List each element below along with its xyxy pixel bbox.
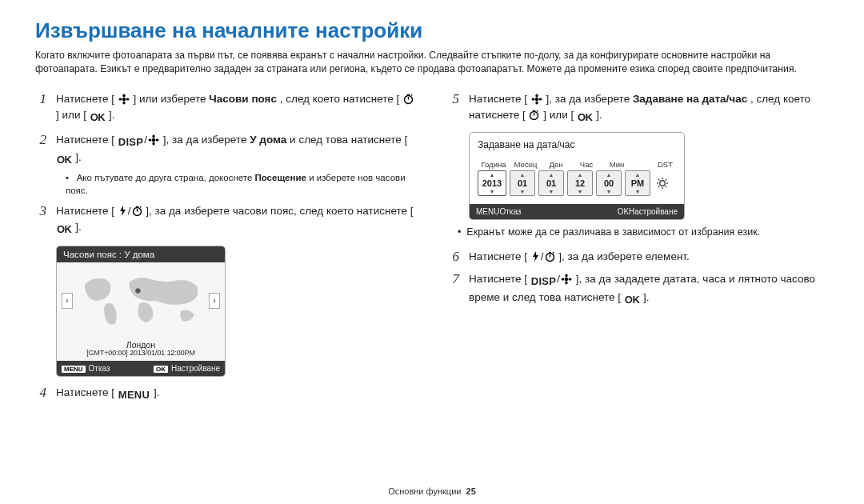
step-5: 5 Натиснете [ ], за да изберете Задаване…	[448, 91, 829, 126]
text: ].	[75, 151, 82, 163]
svg-point-15	[535, 94, 538, 97]
svg-point-16	[535, 101, 538, 104]
page: Извършване на началните настройки Когато…	[0, 0, 864, 504]
columns: 1 Натиснете [ ] или изберете Часови пояс…	[35, 91, 829, 409]
step-2: 2 Натиснете [ DISP/ ], за да изберете У …	[35, 132, 416, 197]
dt-month-cell[interactable]: ▲01▼	[510, 170, 535, 196]
text: ].	[643, 291, 650, 303]
svg-point-0	[122, 98, 126, 101]
svg-point-18	[538, 98, 542, 100]
svg-point-14	[535, 98, 538, 101]
dt-day-cell[interactable]: ▲01▼	[538, 170, 564, 196]
dt-min-cell[interactable]: ▲00▼	[596, 170, 622, 196]
step-body: Натиснете [ / ], за да изберете елемент.	[469, 249, 829, 265]
map-right-arrow[interactable]: ›	[209, 293, 220, 309]
svg-point-23	[565, 274, 567, 278]
step-3: 3 Натиснете [ / ], за да изберете часови…	[35, 203, 416, 238]
dt-ampm: PM	[631, 178, 645, 189]
dt-hour: 12	[575, 178, 585, 189]
dt-card-title: Задаване на дата/час	[478, 139, 676, 150]
map-cancel[interactable]: MENUОтказ	[62, 364, 110, 373]
disp-icon: DISP	[118, 134, 144, 150]
timer-icon	[528, 109, 540, 121]
svg-point-6	[152, 138, 155, 142]
flash-icon	[530, 250, 541, 262]
left-column: 1 Натиснете [ ] или изберете Часови пояс…	[35, 91, 416, 409]
dt-label-year: Година	[479, 160, 508, 169]
dt-label-month: Месец	[513, 160, 538, 169]
text: Отказ	[499, 207, 521, 216]
map-card-header: Часови пояс : У дома	[57, 246, 225, 262]
right-column: 5 Натиснете [ ], за да изберете Задаване…	[448, 91, 829, 409]
svg-point-26	[569, 278, 572, 281]
text: ].	[109, 109, 115, 121]
dt-min: 00	[604, 178, 614, 189]
svg-point-7	[152, 134, 154, 138]
bold-text: Посещение	[254, 173, 306, 182]
footer-page: 25	[466, 486, 476, 496]
dt-cancel[interactable]: MENUОтказ	[476, 207, 521, 216]
svg-point-2	[122, 101, 125, 104]
dt-set[interactable]: OKНастройване	[618, 207, 678, 216]
text: ] или [	[56, 109, 86, 121]
text: ], за да изберете елемент.	[558, 250, 690, 262]
page-footer: Основни функции 25	[0, 486, 864, 496]
svg-point-13	[135, 288, 140, 293]
flash-icon	[118, 205, 128, 217]
flower-icon	[560, 274, 573, 285]
menu-chip: MENU	[62, 366, 86, 373]
footer-label: Основни функции	[388, 486, 461, 496]
text: ], за да изберете	[546, 93, 633, 105]
dt-label-day: Ден	[543, 160, 569, 169]
world-map-icon	[76, 269, 206, 333]
step-5-note: Екранът може да се различава в зависимос…	[458, 226, 829, 238]
step-body: Натиснете [ / ], за да изберете часови п…	[56, 203, 416, 238]
text: ] или [	[543, 109, 574, 121]
text: ], за да изберете часови пояс, след коет…	[146, 205, 413, 217]
step-number: 4	[35, 385, 46, 403]
dt-year: 2013	[482, 178, 502, 189]
step-subnote: Ако пътувате до друга страна, докоснете …	[66, 171, 416, 197]
datetime-card: Задаване на дата/час Година Месец Ден Ча…	[469, 132, 685, 220]
step-body: Натиснете [ ] или изберете Часови пояс ,…	[56, 91, 416, 126]
menu-chip: MENU	[476, 207, 499, 216]
bold-text: У дома	[250, 134, 286, 146]
text: ].	[154, 386, 160, 398]
text: и след това натиснете [	[290, 134, 407, 146]
svg-point-4	[126, 98, 129, 100]
text: Натиснете [	[469, 250, 527, 262]
step-4: 4 Натиснете [ MENU ].	[35, 385, 416, 403]
svg-point-25	[562, 278, 565, 281]
map-caption: Лондон [GMT+00:00] 2013/01/01 12:00PM	[57, 339, 225, 361]
flower-icon	[118, 94, 130, 105]
text: ], за да изберете	[163, 134, 250, 146]
map-left-arrow[interactable]: ‹	[62, 293, 73, 309]
ok-icon: OK	[625, 292, 640, 308]
ok-icon: OK	[57, 222, 72, 238]
page-title: Извършване на началните настройки	[35, 19, 829, 42]
text: Настройване	[629, 207, 678, 216]
step-1: 1 Натиснете [ ] или изберете Часови пояс…	[35, 91, 416, 126]
dt-label-hour: Час	[574, 160, 599, 169]
map-bottom-bar: MENUОтказ OKНастройване	[57, 361, 225, 376]
svg-point-22	[565, 278, 568, 281]
step-body: Натиснете [ ], за да изберете Задаване н…	[469, 91, 829, 126]
dt-row: ▲2013▼ ▲01▼ ▲01▼ ▲12▼ ▲00▼ ▲PM▼	[478, 170, 676, 196]
map-area: ‹ ›	[57, 262, 225, 339]
step-number: 3	[35, 203, 46, 238]
dt-hour-cell[interactable]: ▲12▼	[567, 170, 593, 196]
timer-icon	[131, 205, 143, 217]
map-gmt: [GMT+00:00] 2013/01/01 12:00PM	[57, 350, 225, 358]
step-number: 7	[448, 271, 459, 307]
dt-month: 01	[518, 178, 527, 189]
map-set[interactable]: OKНастройване	[154, 364, 220, 373]
ok-chip: OK	[618, 207, 629, 216]
step-number: 5	[448, 91, 459, 126]
text: Настройване	[171, 364, 220, 373]
dt-ampm-cell[interactable]: ▲PM▼	[625, 170, 650, 196]
step-6: 6 Натиснете [ / ], за да изберете елемен…	[448, 249, 829, 265]
text: Натиснете [	[469, 273, 527, 285]
svg-point-10	[156, 138, 159, 141]
dst-sun-icon[interactable]	[655, 176, 670, 190]
dt-year-cell[interactable]: ▲2013▼	[478, 170, 506, 196]
